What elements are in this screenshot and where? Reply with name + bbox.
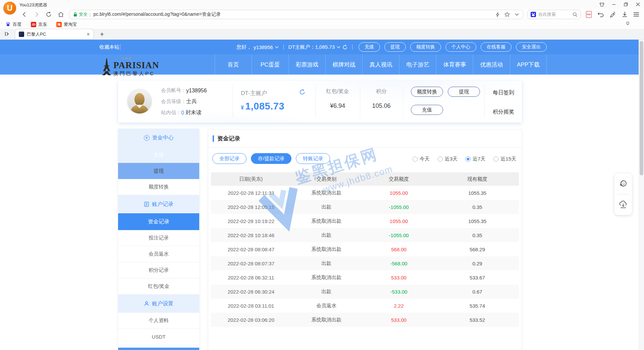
sidebar-section-label: 账户记录	[152, 201, 173, 208]
wallet-refresh-icon[interactable]	[299, 89, 305, 95]
sidebar-item-资金记录[interactable]: 资金记录	[118, 213, 199, 230]
nav-item[interactable]: PC蛋蛋	[252, 54, 288, 75]
star-icon[interactable]	[504, 12, 510, 17]
reload-icon[interactable]	[45, 11, 52, 18]
sidebar-item-投注记录[interactable]: 投注记录	[118, 230, 199, 246]
new-tab-button[interactable]: +	[100, 30, 104, 38]
range-radio[interactable]: 近3天	[438, 156, 458, 162]
avatar[interactable]	[127, 89, 152, 114]
radio-icon	[466, 157, 471, 162]
site-logo[interactable]: THE PARISIAN 澳門巴黎人PC	[100, 57, 159, 76]
bookmark-item[interactable]: 淘爱淘宝	[56, 21, 77, 28]
range-radio[interactable]: 近15天	[493, 156, 516, 162]
range-radio[interactable]: 近7天	[466, 156, 485, 162]
search-icon[interactable]	[573, 12, 578, 17]
user-icon	[144, 301, 149, 306]
amount-value: -568.00	[390, 261, 408, 266]
points-lottery-link[interactable]: 积分摇奖	[489, 108, 518, 116]
chevron-down-icon[interactable]	[515, 13, 519, 16]
nav-item[interactable]: 彩票游戏	[288, 54, 325, 75]
cell-balance: 1055.35	[436, 218, 519, 224]
flash-icon[interactable]	[496, 12, 499, 17]
topbar-button[interactable]: 安全退出	[516, 42, 547, 52]
nav-item[interactable]: 首页	[215, 54, 252, 75]
deposit-button[interactable]: 充值	[411, 105, 443, 115]
sidebar-item-红包/奖金[interactable]: 红包/奖金	[118, 278, 199, 295]
mail-count[interactable]: 0	[181, 110, 184, 116]
cell-amount: 533.00	[362, 317, 436, 323]
nav-item[interactable]: 真人视讯	[362, 54, 399, 75]
cell-amount: -1055.00	[362, 204, 436, 210]
range-label: 近7天	[473, 156, 485, 162]
sidebar-item-提现[interactable]: 提现	[118, 163, 199, 179]
sidebar-item-额度转换[interactable]: 额度转换	[118, 179, 199, 195]
topbar-button[interactable]: 额度转换	[410, 42, 441, 52]
download-icon[interactable]	[622, 11, 628, 17]
cell-amount: 1055.00	[362, 218, 436, 224]
sidebar-item-会员返水[interactable]: 会员返水	[118, 246, 199, 262]
withdraw-button[interactable]: 提现	[448, 87, 480, 97]
sidebar-section-资金中心: ¥资金中心	[118, 129, 199, 147]
undo-icon[interactable]	[597, 11, 604, 17]
nav-item[interactable]: APP下载	[510, 54, 547, 75]
sidebar-item-充值[interactable]: 充值	[118, 147, 199, 163]
cell-balance: 568.29	[436, 247, 519, 252]
column-header: 日期(美东)	[211, 176, 291, 182]
sidebar-item-积分记录[interactable]: 积分记录	[118, 262, 199, 278]
browser-titlebar: U You123浏览器	[0, 0, 644, 9]
skin-icon[interactable]	[599, 2, 604, 7]
table-row: 2022-02-28 03:06:20系统取消出款533.00533.52	[211, 313, 519, 327]
filter-tab[interactable]: 存/提款记录	[251, 153, 291, 164]
points-column: 积分 105.06	[360, 88, 403, 110]
cell-amount: 2.22	[362, 303, 436, 309]
nav-item[interactable]: 棋牌对战	[325, 54, 362, 75]
browser-search-box[interactable]: 在此搜索	[527, 10, 581, 19]
fund-records-table: 日期(美东)交易类别交易额度现有额度 2022-02-28 12:11:33系统…	[211, 172, 519, 327]
radio-icon	[413, 157, 418, 162]
tab-close-icon[interactable]: ✕	[87, 32, 90, 37]
favorite-site-link[interactable]: 收藏本站	[99, 40, 119, 54]
sidepanel-toggle-icon[interactable]	[4, 31, 10, 37]
menu-icon[interactable]	[633, 12, 639, 17]
filter-tab[interactable]: 转账记录	[296, 153, 330, 164]
table-row: 2022-02-28 03:11:01会员返水2.22535.74	[211, 299, 519, 313]
topbar-button[interactable]: 在线客服	[481, 42, 512, 52]
cloud-download-icon[interactable]	[619, 200, 628, 209]
back-icon[interactable]	[21, 11, 28, 18]
nav-item[interactable]: 体育赛事	[436, 54, 473, 75]
browser-toolbar: 安全 | pc.blryl6.com/#/personal/accountLog…	[0, 9, 644, 20]
wallet-dropdown[interactable]: DT主账户：1,085.73	[288, 44, 347, 50]
bookmarks-overflow-icon[interactable]	[626, 21, 630, 26]
topbar-button[interactable]: 提现	[384, 42, 406, 52]
nav-item[interactable]: 优惠活动	[473, 54, 510, 75]
restore-icon[interactable]	[623, 2, 629, 7]
scrollbar-thumb[interactable]	[640, 41, 643, 175]
forward-icon[interactable]	[33, 11, 40, 18]
sidebar-section-label: 资金中心	[152, 134, 174, 141]
user-dropdown[interactable]: 您好，y138956	[236, 44, 279, 50]
sidebar-item-USDT[interactable]: USDT	[118, 329, 199, 345]
topbar-button[interactable]: 个人中心	[445, 42, 476, 52]
address-bar[interactable]: 安全 | pc.blryl6.com/#/personal/accountLog…	[69, 10, 523, 19]
cell-amount: -1055.00	[362, 232, 436, 238]
page-scrollbar[interactable]	[639, 40, 644, 350]
bookmark-item[interactable]: 百度	[5, 21, 21, 28]
bookmark-item[interactable]: JD京东	[31, 21, 47, 28]
topbar-button[interactable]: 充值	[359, 42, 380, 52]
sidebar-item-个人资料[interactable]: 个人资料	[118, 313, 199, 329]
pdf-icon[interactable]: PDF	[586, 11, 592, 18]
close-icon[interactable]	[635, 2, 641, 7]
daily-signin-link[interactable]: 每日签到	[489, 89, 518, 96]
refresh-icon[interactable]	[342, 45, 347, 50]
customer-service-icon[interactable]	[619, 179, 628, 188]
broom-icon[interactable]	[610, 11, 616, 18]
home-icon[interactable]	[57, 11, 64, 18]
floating-toolbar	[614, 173, 632, 215]
transfer-button[interactable]: 额度转换	[411, 87, 443, 97]
browser-tab[interactable]: 巴黎人PC ✕	[15, 29, 93, 39]
cell-amount: 568.00	[362, 247, 436, 252]
filter-tab[interactable]: 全部记录	[212, 153, 247, 164]
range-radio[interactable]: 今天	[413, 156, 430, 162]
nav-item[interactable]: 电子游艺	[399, 54, 436, 75]
minimize-icon[interactable]	[611, 2, 616, 7]
